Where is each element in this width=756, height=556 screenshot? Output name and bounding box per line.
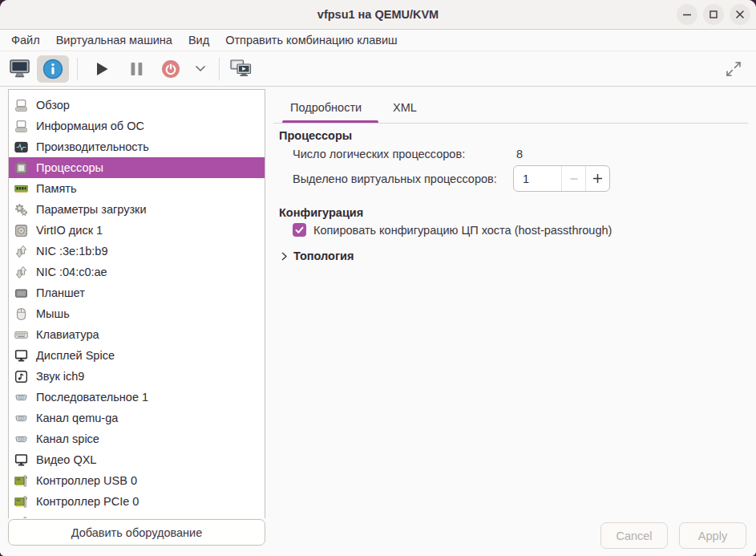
- sidebar-item[interactable]: Звук ich9: [9, 366, 265, 387]
- sidebar-item[interactable]: Канал spice: [9, 428, 265, 449]
- minimize-icon: [682, 10, 692, 19]
- sidebar-item-label: Обзор: [36, 99, 70, 112]
- mouse-icon: [14, 307, 28, 321]
- menu-virtual-machine[interactable]: Виртуальная машина: [48, 31, 180, 49]
- sidebar-item[interactable]: Дисплей Spice: [9, 345, 265, 366]
- vm-details-window: vfpsu1 на QEMU/KVM Файл Виртуальная маши…: [0, 0, 756, 556]
- sidebar-item-label: Мышь: [36, 307, 70, 320]
- sidebar-item-label: Информация об ОС: [36, 120, 144, 132]
- menu-view[interactable]: Вид: [180, 31, 217, 49]
- sidebar-item[interactable]: NIC :3e:1b:b9: [9, 241, 265, 262]
- console-icon: [10, 59, 30, 78]
- sidebar-item[interactable]: Процессоры: [9, 157, 265, 178]
- vcpu-increment-button[interactable]: [585, 166, 609, 191]
- sound-icon: [14, 370, 28, 384]
- info-icon: [42, 59, 63, 79]
- checkmark-icon: [294, 225, 305, 235]
- menu-send-key[interactable]: Отправить комбинацию клавиш: [217, 31, 406, 49]
- chevron-right-icon: [281, 251, 288, 262]
- sidebar-item-label: Канал spice: [36, 432, 99, 445]
- show-console-button[interactable]: [3, 55, 35, 83]
- sidebar-item[interactable]: Последовательное 1: [9, 387, 265, 408]
- apply-button[interactable]: Apply: [679, 522, 746, 549]
- network-icon: [14, 266, 28, 279]
- logical-cpus-label: Число логических процессоров:: [293, 148, 465, 160]
- menubar: Файл Виртуальная машина Вид Отправить ко…: [0, 30, 756, 51]
- display-icon: [14, 453, 28, 467]
- logical-cpus-value: 8: [516, 148, 523, 160]
- sidebar-item[interactable]: Память: [9, 178, 265, 199]
- cancel-button[interactable]: Cancel: [600, 522, 668, 549]
- show-details-button[interactable]: [37, 55, 69, 83]
- sidebar-item[interactable]: Параметры загрузки: [9, 199, 265, 220]
- network-icon: [14, 245, 28, 258]
- shutdown-menu-button[interactable]: [187, 55, 214, 83]
- boot-gears-icon: [14, 203, 28, 217]
- minus-icon: [569, 174, 579, 184]
- display-icon: [14, 349, 28, 363]
- close-button[interactable]: [730, 4, 750, 25]
- sidebar-item[interactable]: Мышь: [9, 303, 265, 324]
- sidebar-item[interactable]: Канал qemu-ga: [9, 408, 265, 428]
- window-title: vfpsu1 на QEMU/KVM: [317, 8, 439, 21]
- computer-icon: [14, 120, 28, 133]
- titlebar[interactable]: vfpsu1 на QEMU/KVM: [0, 0, 756, 30]
- tab-details[interactable]: Подробности: [290, 101, 362, 114]
- sidebar-item[interactable]: VirtIO диск 1: [9, 220, 265, 241]
- sidebar-item-label: Дисплей Spice: [36, 349, 115, 362]
- expand-window-button[interactable]: [718, 55, 750, 83]
- chevron-down-icon: [195, 65, 206, 72]
- shutdown-button[interactable]: [155, 55, 187, 83]
- sidebar-item[interactable]: NIC :04:c0:ae: [9, 262, 265, 282]
- topology-label: Топология: [293, 250, 354, 262]
- sidebar-item[interactable]: Производительность: [9, 136, 265, 157]
- memory-icon: [14, 182, 28, 196]
- vcpu-decrement-button[interactable]: [561, 166, 585, 191]
- vcpu-allocation-label: Выделено виртуальных процессоров:: [293, 172, 497, 185]
- sidebar-item-label: Контроллер USB 0: [36, 474, 137, 487]
- serial-icon: [14, 432, 28, 446]
- plus-icon: [592, 173, 603, 184]
- pause-button[interactable]: [120, 55, 152, 83]
- sidebar-item[interactable]: Клавиатура: [9, 324, 265, 345]
- sidebar-item[interactable]: Информация об ОС: [9, 116, 265, 136]
- serial-icon: [14, 391, 28, 404]
- sidebar-item-label: Звук ich9: [36, 370, 84, 383]
- disk-icon: [14, 224, 28, 237]
- performance-icon: [14, 140, 28, 154]
- pci-card-icon: [14, 495, 28, 509]
- toolbar-separator: [219, 58, 220, 80]
- pci-card-icon: [14, 474, 28, 488]
- menu-file[interactable]: Файл: [3, 31, 48, 49]
- toolbar-separator: [77, 58, 78, 80]
- tab-divider-line: [273, 123, 748, 124]
- fullscreen-console-button[interactable]: [224, 55, 257, 83]
- copy-host-cpu-label[interactable]: Копировать конфигурацию ЦП хоста (host-p…: [313, 224, 612, 237]
- run-button[interactable]: [86, 55, 118, 83]
- hardware-list: ОбзорИнформация об ОСПроизводительностьП…: [8, 89, 265, 521]
- toolbar: [0, 51, 756, 87]
- tab-xml[interactable]: XML: [393, 101, 417, 114]
- vcpu-spinner-value[interactable]: 1: [514, 166, 561, 191]
- sidebar-item[interactable]: Обзор: [9, 95, 265, 116]
- main-area: ОбзорИнформация об ОСПроизводительностьП…: [0, 87, 756, 518]
- sidebar-item-label: NIC :3e:1b:b9: [36, 245, 107, 258]
- sidebar-item-label: Производительность: [36, 140, 149, 153]
- sidebar-item[interactable]: Контроллер USB 0: [9, 470, 265, 491]
- add-hardware-button[interactable]: Добавить оборудование: [8, 519, 265, 546]
- vcpu-spinner: 1: [513, 165, 610, 192]
- copy-host-cpu-checkbox[interactable]: [293, 223, 306, 237]
- sidebar-item-label: Клавиатура: [36, 328, 99, 341]
- topology-expander[interactable]: Топология: [281, 250, 354, 262]
- maximize-button[interactable]: [703, 4, 724, 25]
- sidebar-item[interactable]: Контроллер PCIe 0: [9, 491, 265, 512]
- sidebar-item-label: Планшет: [36, 286, 85, 299]
- minimize-button[interactable]: [677, 4, 697, 25]
- dual-display-icon: [230, 59, 252, 78]
- sidebar-item-label: Контроллер PCIe 0: [36, 495, 139, 508]
- sidebar-item-label: Видео QXL: [36, 453, 96, 466]
- sidebar-item-label: Канал qemu-ga: [36, 412, 118, 424]
- sidebar-item[interactable]: Видео QXL: [9, 449, 265, 470]
- sidebar-item[interactable]: Планшет: [9, 282, 265, 303]
- serial-icon: [14, 412, 28, 425]
